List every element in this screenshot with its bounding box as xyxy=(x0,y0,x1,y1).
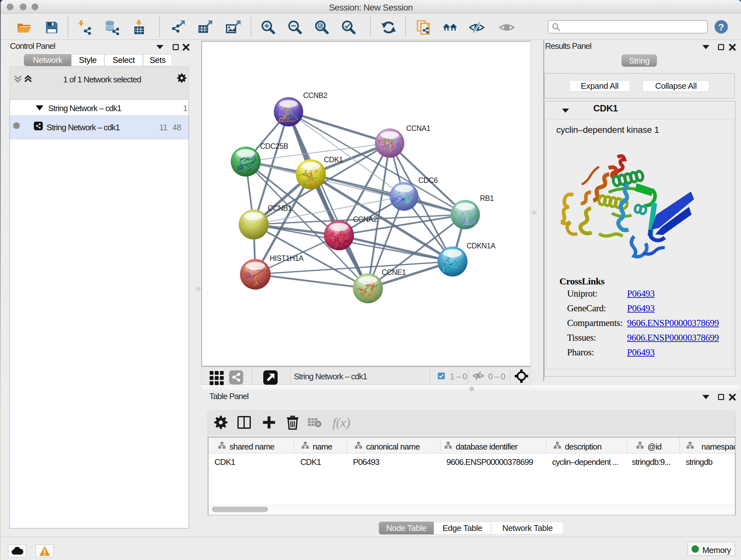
svg-text:CCNB2: CCNB2 xyxy=(303,91,327,100)
svg-text:CCNB1: CCNB1 xyxy=(268,204,292,212)
svg-text:?: ? xyxy=(718,22,724,32)
svg-text:CDK1: CDK1 xyxy=(324,155,343,164)
svg-text:HIST1H1A: HIST1H1A xyxy=(270,254,304,262)
svg-text:CDKN1A: CDKN1A xyxy=(467,242,495,250)
svg-text:CCNE1: CCNE1 xyxy=(382,268,406,276)
svg-text:CDC25B: CDC25B xyxy=(260,142,288,150)
svg-text:CDC6: CDC6 xyxy=(418,176,438,185)
svg-text:CCNA1: CCNA1 xyxy=(406,124,430,132)
svg-text:RB1: RB1 xyxy=(480,194,494,202)
svg-text:CCNA2: CCNA2 xyxy=(353,215,377,224)
